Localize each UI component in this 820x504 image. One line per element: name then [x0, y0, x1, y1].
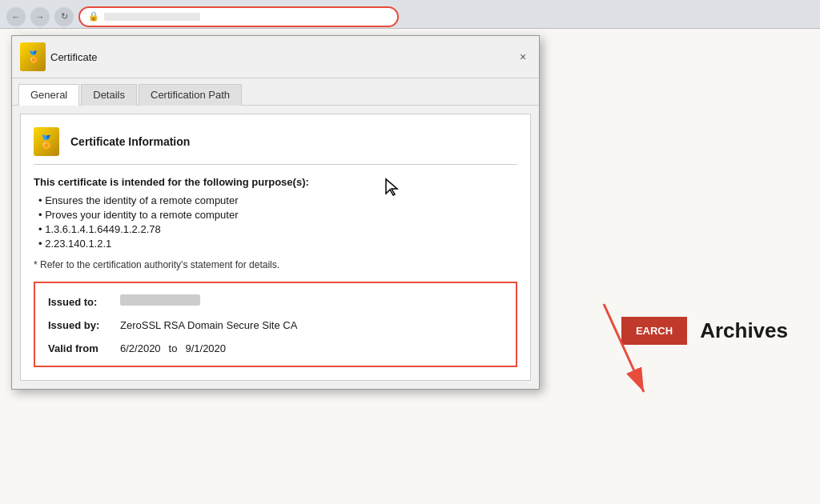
valid-from-label: Valid from	[48, 342, 112, 354]
forward-icon: →	[36, 12, 45, 22]
valid-from-value: 6/2/2020	[120, 342, 161, 354]
address-bar[interactable]: 🔒	[78, 6, 399, 27]
lock-icon: 🔒	[88, 11, 99, 22]
forward-button[interactable]: →	[30, 7, 50, 26]
valid-to-value: 9/1/2020	[185, 342, 226, 354]
refresh-button[interactable]: ↻	[54, 7, 74, 26]
cert-tabs: General Details Certification Path	[12, 78, 539, 106]
dialog-close-button[interactable]: ×	[515, 49, 531, 65]
cert-info-header: 🏅 Certificate Information	[34, 127, 517, 165]
issued-to-value	[120, 294, 200, 306]
cert-note: * Refer to the certification authority's…	[34, 259, 517, 270]
cert-info-title: Certificate Information	[70, 135, 190, 148]
valid-from-row: Valid from 6/2/2020 to 9/1/2020	[48, 342, 503, 354]
browser-chrome: ← → ↻ 🔒	[0, 0, 820, 29]
purposes-heading: This certificate is intended for the fol…	[34, 176, 517, 188]
back-button[interactable]: ←	[6, 7, 26, 26]
issued-box: Issued to: Issued by: ZeroSSL RSA Domain…	[34, 282, 517, 367]
svg-line-1	[604, 304, 644, 392]
dialog-title: Certificate	[50, 51, 98, 63]
tab-details[interactable]: Details	[81, 84, 137, 106]
back-icon: ←	[12, 12, 21, 22]
tab-certification-path[interactable]: Certification Path	[139, 84, 242, 106]
valid-to-label: to	[169, 342, 178, 354]
annotation-arrow	[580, 296, 676, 410]
purpose-item: Ensures the identity of a remote compute…	[34, 194, 517, 206]
purpose-item: Proves your identity to a remote compute…	[34, 209, 517, 221]
tab-general[interactable]: General	[18, 84, 79, 106]
purpose-item: 2.23.140.1.2.1	[34, 238, 517, 250]
titlebar-left: 🏅 Certificate	[20, 42, 98, 71]
cert-badge-icon: 🏅	[20, 42, 46, 71]
issued-by-label: Issued by:	[48, 319, 112, 331]
address-text	[104, 13, 200, 21]
issued-by-value: ZeroSSL RSA Domain Secure Site CA	[120, 319, 297, 331]
cert-icon: 🏅	[34, 127, 62, 156]
issued-by-row: Issued by: ZeroSSL RSA Domain Secure Sit…	[48, 319, 503, 331]
certificate-dialog: 🏅 Certificate × General Details Certific…	[11, 35, 540, 390]
issued-to-row: Issued to:	[48, 294, 503, 308]
purpose-item: 1.3.6.1.4.1.6449.1.2.2.78	[34, 223, 517, 235]
issued-to-label: Issued to:	[48, 296, 112, 308]
archives-title: Archives	[700, 318, 788, 343]
refresh-icon: ↻	[61, 11, 68, 22]
dialog-titlebar: 🏅 Certificate ×	[12, 36, 539, 78]
purposes-list: Ensures the identity of a remote compute…	[34, 194, 517, 250]
cert-content-area: 🏅 Certificate Information This certifica…	[20, 114, 531, 381]
